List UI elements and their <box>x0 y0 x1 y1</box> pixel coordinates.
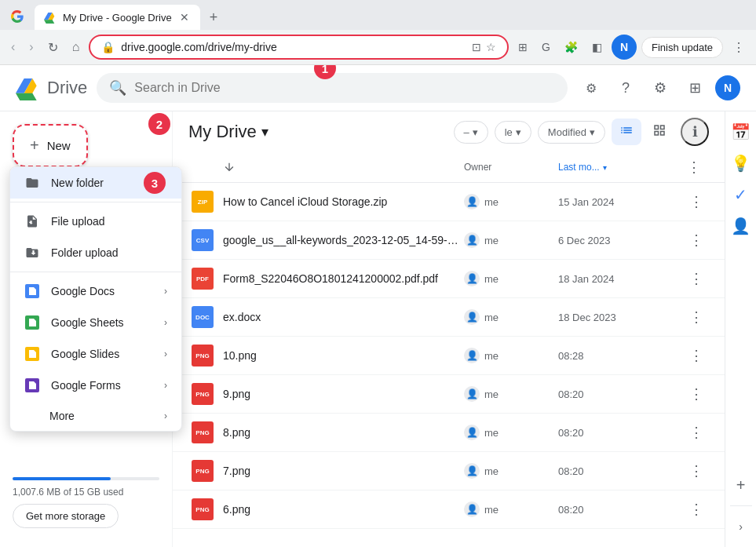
apps-btn[interactable]: ⊞ <box>681 74 709 102</box>
menu-btn[interactable]: ⋮ <box>728 35 750 60</box>
browser-toolbar-icons: ⊞ G 🧩 ◧ N Finish update ⋮ <box>513 35 750 60</box>
table-row[interactable]: PNG 7.png 👤 me 08:20 ⋮ <box>173 452 725 490</box>
refresh-btn[interactable]: ↻ <box>43 35 63 60</box>
file-more-btn[interactable]: ⋮ <box>686 228 707 252</box>
png-file-icon: PNG <box>192 383 214 405</box>
table-row[interactable]: CSV google_us__all-keywords_2023-12-05_1… <box>173 221 725 260</box>
dropdown-item-folder-upload[interactable]: Folder upload <box>10 237 181 268</box>
dropdown-item-google-forms[interactable]: Google Forms › <box>10 370 181 401</box>
tab-close-btn[interactable]: ✕ <box>178 9 191 25</box>
file-more-btn[interactable]: ⋮ <box>686 344 707 367</box>
file-list-header: Owner Last mo... ▾ ⋮ <box>173 152 725 183</box>
user-profile-btn[interactable]: N <box>612 35 637 60</box>
forward-btn[interactable]: › <box>24 35 38 59</box>
dropdown-label-google-forms: Google Forms <box>51 379 121 392</box>
file-icon-doc: CSV <box>188 226 217 254</box>
new-button[interactable]: + New <box>13 124 88 167</box>
file-owner: 👤 me <box>464 463 558 479</box>
file-name: 10.png <box>223 349 464 362</box>
dropdown-item-google-sheets[interactable]: Google Sheets › <box>10 307 181 338</box>
owner-avatar-icon: 👤 <box>464 348 480 363</box>
dropdown-label-folder-upload: Folder upload <box>51 246 119 259</box>
pdf-file-icon: PDF <box>192 268 214 290</box>
google-calendar-icon[interactable]: 📅 <box>727 118 755 146</box>
png-file-icon: PNG <box>192 345 214 366</box>
file-icon-png: PNG <box>188 418 217 447</box>
file-menu: ⋮ <box>684 382 709 406</box>
dropdown-item-google-docs[interactable]: Google Docs › <box>10 275 181 307</box>
account-btn[interactable]: N <box>715 75 740 100</box>
list-options-btn[interactable]: ⋮ <box>684 155 704 179</box>
file-name: google_us__all-keywords_2023-12-05_14-59… <box>223 234 464 246</box>
file-more-btn[interactable]: ⋮ <box>686 459 707 483</box>
file-more-btn[interactable]: ⋮ <box>686 498 707 521</box>
table-row[interactable]: DOC ex.docx 👤 me 18 Dec 2023 ⋮ <box>173 298 725 337</box>
filter-btn-modified[interactable]: Modified ▾ <box>538 121 605 144</box>
png-file-icon: PNG <box>192 498 214 520</box>
col-header-owner: Owner <box>464 162 558 173</box>
table-row[interactable]: PDF Form8_S22046O8O1801241200002.pdf.pdf… <box>173 260 725 298</box>
my-drive-label: My Drive <box>188 122 257 142</box>
dropdown-label-google-sheets: Google Sheets <box>51 316 124 329</box>
copilot-btn[interactable]: ◧ <box>587 36 607 58</box>
extensions-puzzle[interactable]: 🧩 <box>560 36 583 58</box>
file-more-btn[interactable]: ⋮ <box>686 382 707 406</box>
dropdown-item-google-slides[interactable]: Google Slides › <box>10 338 181 370</box>
profile-switcher[interactable] <box>6 8 28 27</box>
file-more-btn[interactable]: ⋮ <box>686 190 707 213</box>
owner-avatar-icon: 👤 <box>464 501 480 517</box>
search-input[interactable] <box>134 81 555 95</box>
profile-icon[interactable]: G <box>537 36 555 58</box>
extensions-btn[interactable]: ⊞ <box>513 36 532 58</box>
active-tab[interactable]: My Drive - Google Drive ✕ <box>35 5 200 30</box>
table-row[interactable]: ZIP How to Cancel iCloud Storage.zip 👤 m… <box>173 183 725 221</box>
add-apps-icon[interactable]: + <box>727 471 755 499</box>
dropdown-arrow-icon[interactable]: ▾ <box>261 123 268 140</box>
right-panel: 📅 💡 ✓ 👤 + › <box>725 111 756 547</box>
table-row[interactable]: PNG 10.png 👤 me 08:28 ⋮ <box>173 337 725 375</box>
filter-btn-type[interactable]: le ▾ <box>495 121 531 144</box>
file-modified: 18 Jan 2024 <box>558 273 684 285</box>
file-more-btn[interactable]: ⋮ <box>686 267 707 290</box>
dropdown-item-new-folder[interactable]: New folder 3 <box>10 167 181 199</box>
dropdown-label-new-folder: New folder <box>51 177 104 189</box>
file-more-btn[interactable]: ⋮ <box>686 421 707 444</box>
table-row[interactable]: PNG 9.png 👤 me 08:20 ⋮ <box>173 375 725 414</box>
png-file-icon: PNG <box>192 460 214 482</box>
more-arrow-icon: › <box>164 410 167 421</box>
address-bar[interactable]: 🔒 drive.google.com/drive/my-drive ⊡ ☆ <box>89 35 509 60</box>
info-btn[interactable]: ℹ <box>681 118 709 146</box>
sort-arrow-icon: ▾ <box>603 163 607 172</box>
help-btn[interactable]: ? <box>612 74 640 102</box>
table-row[interactable]: PNG 6.png 👤 me 08:20 ⋮ <box>173 490 725 529</box>
search-bar[interactable]: 🔍 <box>97 73 568 103</box>
filter-btn-dash[interactable]: – ▾ <box>454 121 488 144</box>
filter-type-arrow: ▾ <box>516 126 521 138</box>
contacts-icon[interactable]: 👤 <box>727 212 755 240</box>
grid-view-btn[interactable] <box>645 119 674 145</box>
file-more-btn[interactable]: ⋮ <box>686 305 707 329</box>
back-btn[interactable]: ‹ <box>6 35 20 59</box>
finish-update-btn[interactable]: Finish update <box>641 37 723 58</box>
bookmark-icon[interactable]: ☆ <box>486 41 496 53</box>
list-view-btn[interactable] <box>612 119 641 145</box>
tasks-icon[interactable]: ✓ <box>727 181 755 209</box>
expand-icon[interactable]: › <box>727 512 755 541</box>
filter-type-label: le <box>505 126 513 138</box>
dropdown-item-file-upload[interactable]: File upload <box>10 206 181 237</box>
home-btn[interactable]: ⌂ <box>68 35 85 59</box>
file-icon-pdf: PDF <box>188 264 217 293</box>
keep-icon[interactable]: 💡 <box>727 149 755 177</box>
dropdown-label-google-slides: Google Slides <box>51 348 119 360</box>
filter-modified-arrow: ▾ <box>590 126 595 138</box>
annotation-badge-2: 2 <box>148 113 170 135</box>
settings-sliders-btn[interactable]: ⚙ <box>577 74 605 102</box>
file-name: ex.docx <box>223 311 464 323</box>
new-tab-btn[interactable]: + <box>203 6 225 29</box>
col-header-modified[interactable]: Last mo... ▾ <box>558 162 684 173</box>
table-row[interactable]: PNG 8.png 👤 me 08:20 ⋮ <box>173 414 725 452</box>
settings-btn[interactable]: ⚙ <box>646 74 674 102</box>
dropdown-item-more[interactable]: More › <box>10 401 181 431</box>
get-storage-btn[interactable]: Get more storage <box>13 504 119 528</box>
file-name: 8.png <box>223 426 464 439</box>
